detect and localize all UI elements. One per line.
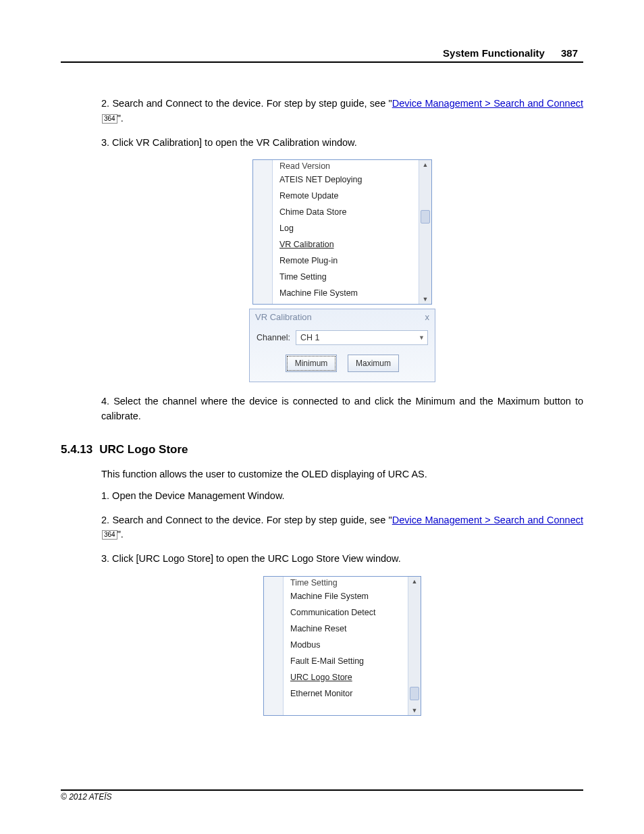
scroll-up-icon[interactable]: ▲ [412,577,418,586]
link-device-mgmt-bottom[interactable]: Device Management > Search and Connect [392,515,583,525]
step-3-bottom: 3. Click [URC Logo Store] to open the UR… [101,552,583,567]
scroll-thumb[interactable] [421,210,430,224]
minimum-button[interactable]: Minimum [286,355,337,372]
close-icon[interactable]: x [425,312,430,322]
scroll-up-icon[interactable]: ▲ [423,160,429,170]
vr-calibration-dialog: VR Calibration x Channel: CH 1 ▼ Minimum… [249,309,435,382]
menu-gutter [264,577,284,715]
page-ref-364-bottom: 364 [102,530,117,540]
step-1-bottom: 1. Open the Device Management Window. [101,489,583,504]
step-2-text-pre: 2. Search and Connect to the device. For… [101,98,392,109]
menu-item-cut[interactable]: Time Setting [289,578,405,588]
menu-item-cut[interactable]: Read Version [278,161,416,172]
page-ref-364-top: 364 [102,114,117,124]
channel-value: CH 1 [300,333,319,342]
dialog-title: VR Calibration [255,312,312,322]
link-device-mgmt-top[interactable]: Device Management > Search and Connect [392,98,583,109]
menu-item[interactable]: Machine File System [278,285,416,301]
page-header: System Functionality 387 [61,47,583,63]
menu-item[interactable]: Time Setting [278,269,416,285]
menu-item[interactable]: Remote Update [278,188,416,204]
maximum-button[interactable]: Maximum [348,355,399,372]
menu-item[interactable]: Communication Detect [289,604,405,621]
menu-item-selected[interactable]: URC Logo Store [289,669,405,685]
menu-item[interactable]: Remote Plug-in [278,253,416,269]
header-page-number: 387 [556,47,583,59]
menu-item[interactable]: Chime Data Store [278,204,416,220]
footer-copyright: © 2012 ATEÏS [61,789,583,802]
menu-item[interactable]: Ethernet Monitor [289,685,405,702]
menu-item[interactable]: ATEIS NET Deploying [278,172,416,188]
chevron-down-icon: ▼ [419,334,425,341]
scrollbar[interactable]: ▲ ▼ [419,160,431,304]
step-2-text-post: ". [117,113,124,124]
channel-label: Channel: [257,333,296,342]
context-menu-2: Time Setting Machine File System Communi… [263,576,421,716]
context-menu-1: Read Version ATEIS NET Deploying Remote … [252,159,432,305]
section-intro: This function allows the user to customi… [101,469,583,479]
header-title: System Functionality [443,47,545,59]
step-3-top: 3. Click VR Calibration] to open the VR … [101,136,583,151]
menu-item[interactable]: Log [278,220,416,236]
scrollbar[interactable]: ▲ ▼ [408,577,421,715]
step-2-bottom: 2. Search and Connect to the device. For… [101,513,583,543]
scroll-down-icon[interactable]: ▼ [423,294,429,304]
scroll-down-icon[interactable]: ▼ [412,706,418,715]
menu-gutter [253,160,273,304]
menu-item[interactable]: Modbus [289,637,405,653]
scroll-thumb[interactable] [410,687,419,700]
channel-combo[interactable]: CH 1 ▼ [296,330,428,345]
menu-item[interactable]: Fault E-Mail Setting [289,653,405,669]
step-2-top: 2. Search and Connect to the device. For… [101,97,583,126]
menu-spacer [289,702,405,712]
menu-item[interactable]: Machine Reset [289,621,405,637]
step-2b-text-pre: 2. Search and Connect to the device. For… [101,515,392,525]
section-number: 5.4.13 [61,443,92,456]
menu-item-selected[interactable]: VR Calibration [278,236,416,253]
section-heading: 5.4.13URC Logo Store [61,443,583,457]
step-2b-text-post: ". [117,529,124,540]
step-4-top: 4. Select the channel where the device i… [101,394,583,424]
section-title: URC Logo Store [99,443,188,456]
menu-item[interactable]: Machine File System [289,588,405,604]
